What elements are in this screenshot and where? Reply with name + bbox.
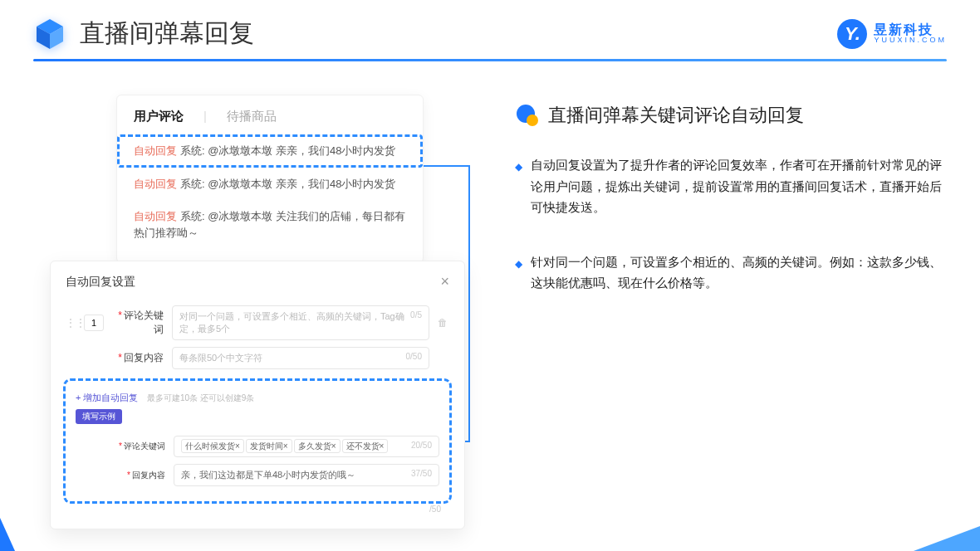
footer-decoration-right [914, 526, 980, 551]
keyword-input[interactable]: 对同一个问题，可设置多个相近、高频的关键词，Tag确定，最多5个 0/5 [172, 305, 429, 340]
cube-icon [33, 17, 66, 51]
example-reply-input: 亲，我们这边都是下单48小时内发货的哦～ 37/50 [174, 464, 439, 486]
index-box: 1 [84, 315, 104, 331]
feature-bullet: ◆ 自动回复设置为了提升作者的评论回复效率，作者可在开播前针对常见的评论用户问题… [515, 154, 947, 218]
tab-user-comments[interactable]: 用户评论 [134, 109, 184, 124]
chat-bubble-icon [515, 104, 538, 127]
diamond-bullet-icon: ◆ [515, 158, 522, 218]
reply-input[interactable]: 每条限50个中文字符 0/50 [172, 347, 429, 369]
title-wrap: 直播间弹幕回复 [33, 17, 254, 51]
settings-title: 自动回复设置 [66, 275, 135, 290]
footer-decoration-left [0, 518, 15, 551]
comments-card: 用户评论 | 待播商品 自动回复系统: @冰墩墩本墩 亲亲，我们48小时内发货 … [116, 95, 424, 263]
settings-card: 自动回复设置 × ⋮⋮ 1 *评论关键词 对同一个问题，可设置多个相近、高频的关… [50, 261, 465, 529]
close-icon[interactable]: × [440, 273, 449, 290]
comment-row: 自动回复系统: @冰墩墩本墩 亲亲，我们48小时内发货 [117, 168, 423, 201]
drag-handle-icon[interactable]: ⋮⋮ [66, 317, 76, 329]
brand-text: 昱新科技 YUUXIN.COM [874, 23, 947, 44]
comment-row: 自动回复系统: @冰墩墩本墩 关注我们的店铺，每日都有热门推荐呦～ [117, 200, 423, 249]
left-illustration: 用户评论 | 待播商品 自动回复系统: @冰墩墩本墩 亲亲，我们48小时内发货 … [50, 95, 465, 327]
feature-bullet: ◆ 针对同一个问题，可设置多个相近的、高频的关键词。例如：这款多少钱、这块能优惠… [515, 251, 947, 294]
feature-title: 直播间弹幕关键词评论自动回复 [548, 103, 804, 128]
example-keyword-input: 什么时候发货×发货时间×多久发货×还不发货× 20/50 [174, 436, 439, 457]
tab-pending-products[interactable]: 待播商品 [227, 109, 277, 124]
comment-row-highlighted: 自动回复系统: @冰墩墩本墩 亲亲，我们48小时内发货 [117, 134, 423, 168]
add-auto-reply-link[interactable]: + 增加自动回复 [76, 393, 138, 402]
example-block: + 增加自动回复 最多可建10条 还可以创建9条 填写示例 *评论关键词 什么时… [66, 381, 449, 501]
page-title: 直播间弹幕回复 [80, 17, 254, 51]
header: 直播间弹幕回复 Y. 昱新科技 YUUXIN.COM [0, 0, 980, 59]
example-badge: 填写示例 [76, 409, 122, 424]
feature-description: 直播间弹幕关键词评论自动回复 ◆ 自动回复设置为了提升作者的评论回复效率，作者可… [515, 95, 947, 327]
brand-logo: Y. 昱新科技 YUUXIN.COM [837, 19, 947, 49]
diamond-bullet-icon: ◆ [515, 256, 522, 294]
brand-mark: Y. [837, 19, 867, 49]
delete-icon[interactable]: 🗑 [438, 317, 449, 329]
svg-point-4 [527, 115, 538, 126]
